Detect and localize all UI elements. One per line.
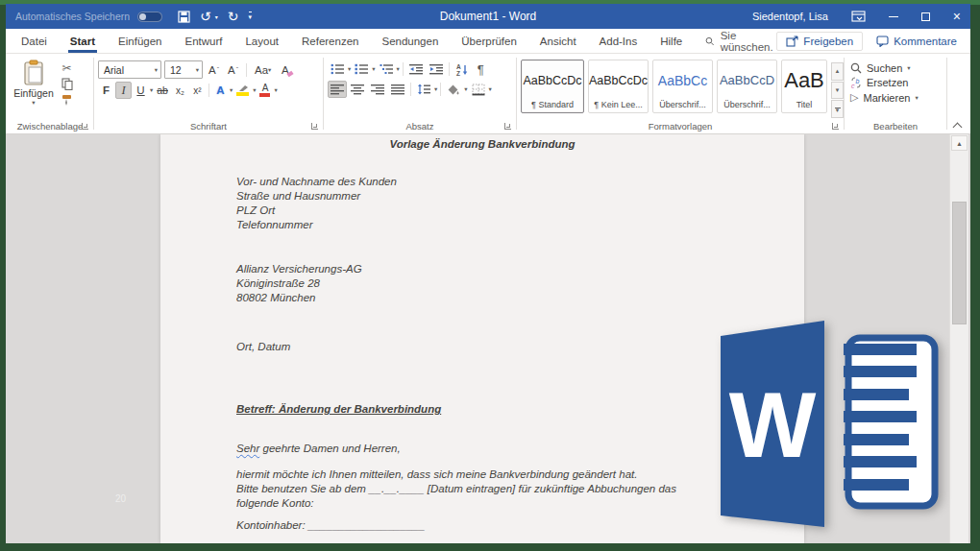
comments-button[interactable]: Kommentare (867, 32, 967, 51)
styles-more-button[interactable]: ▼ (831, 100, 844, 118)
tab-ueberpruefen[interactable]: Überprüfen (450, 30, 528, 53)
select-button[interactable]: ▷ Markieren ▾ (850, 91, 919, 104)
replace-button[interactable]: b c Ersetzen (850, 77, 919, 88)
share-label: Freigeben (803, 36, 853, 47)
line-spacing-button[interactable] (414, 81, 433, 98)
tab-start[interactable]: Start (59, 30, 107, 53)
undo-icon[interactable]: ↺ (200, 10, 211, 23)
numbered-caret-icon[interactable]: ▾ (372, 65, 375, 73)
styles-dialog-launcher-icon[interactable] (832, 123, 839, 130)
font-name-combo[interactable]: Arial▾ (98, 60, 161, 79)
decrease-indent-icon (409, 63, 423, 75)
increase-indent-button[interactable] (427, 60, 446, 78)
change-case-button[interactable]: Aa▾ (252, 61, 274, 79)
tab-sendungen[interactable]: Sendungen (370, 30, 450, 53)
style-preview: AaBbCc (658, 60, 707, 100)
find-button[interactable]: Suchen ▾ (850, 62, 919, 74)
collapse-ribbon-icon[interactable] (953, 121, 961, 129)
scroll-up-icon[interactable]: ▲ (951, 135, 968, 151)
bullet-list-button[interactable] (328, 60, 347, 78)
tell-me-search[interactable]: Sie wünschen. (705, 30, 776, 53)
maximize-button[interactable] (921, 12, 930, 21)
tab-layout[interactable]: Layout (233, 30, 290, 53)
font-color-caret-icon[interactable]: ▾ (274, 86, 277, 94)
select-caret-icon: ▾ (915, 94, 918, 102)
undo-caret-icon[interactable]: ▾ (215, 13, 218, 20)
minimize-button[interactable] (889, 16, 898, 17)
redo-icon[interactable]: ↻ (228, 10, 239, 23)
borders-button[interactable] (469, 81, 488, 98)
user-name[interactable]: Siedentopf, Lisa (752, 11, 828, 22)
clipboard-dialog-launcher-icon[interactable] (82, 123, 88, 130)
format-painter-icon[interactable] (61, 94, 73, 107)
document-page[interactable]: Vorlage Änderung Bankverbindung Vor- und… (160, 134, 804, 543)
font-color-button[interactable]: A (257, 82, 273, 99)
style-ueberschrift-2[interactable]: AaBbCcD Überschrif... (717, 60, 777, 113)
style-ueberschrift-1[interactable]: AaBbCc Überschrif... (652, 60, 713, 113)
italic-button[interactable]: I (115, 82, 132, 99)
style-titel[interactable]: AaB Titel (781, 60, 827, 113)
tab-entwurf[interactable]: Entwurf (173, 30, 233, 53)
save-icon[interactable] (178, 11, 190, 23)
salutation-line: Sehr geehrte Damen und Herren, (236, 442, 758, 456)
numbered-list-button[interactable] (352, 60, 371, 78)
multilevel-list-button[interactable] (377, 60, 396, 78)
styles-scroll-down[interactable]: ▼ (831, 82, 844, 100)
align-right-icon (371, 84, 384, 95)
borders-caret-icon[interactable]: ▾ (489, 85, 492, 93)
styles-scroll-up[interactable]: ▲ (831, 62, 844, 81)
subscript-button[interactable]: x₂ (172, 82, 188, 99)
tab-ansicht[interactable]: Ansicht (528, 30, 588, 53)
bold-button[interactable]: F (98, 82, 114, 99)
text-effects-caret-icon[interactable]: ▾ (230, 86, 233, 94)
tab-referenzen[interactable]: Referenzen (290, 30, 370, 53)
autosave-toggle[interactable] (137, 12, 162, 22)
paragraph-dialog-launcher-icon[interactable] (504, 123, 511, 130)
strikethrough-button[interactable]: ab (154, 82, 171, 99)
font-dialog-launcher-icon[interactable] (311, 123, 318, 130)
align-center-button[interactable] (348, 81, 367, 98)
sort-button[interactable]: A Z (453, 60, 472, 78)
tab-datei[interactable]: Datei (10, 30, 59, 53)
style-kein-leerraum[interactable]: AaBbCcDc ¶ Kein Lee... (588, 60, 649, 113)
multilevel-caret-icon[interactable]: ▾ (397, 65, 400, 73)
quick-access-customize-icon[interactable]: ▾ (249, 12, 253, 21)
bullet-caret-icon[interactable]: ▾ (348, 65, 351, 73)
align-left-button[interactable] (328, 81, 347, 98)
text-effects-button[interactable]: A (212, 82, 229, 99)
sender-line: Straße und Hausnummer (236, 189, 758, 204)
style-standard[interactable]: AaBbCcDc ¶ Standard (521, 60, 584, 113)
align-right-button[interactable] (368, 81, 387, 98)
justify-button[interactable] (388, 81, 407, 98)
paste-button[interactable]: Einfügen ▾ (11, 57, 57, 118)
grow-font-button[interactable]: Aˆ (206, 61, 222, 79)
replace-label: Ersetzen (867, 77, 908, 88)
tab-einfuegen[interactable]: Einfügen (107, 30, 173, 53)
copy-icon[interactable] (61, 78, 73, 90)
ribbon-display-options-icon[interactable] (851, 11, 866, 22)
scrollbar-thumb[interactable] (952, 202, 967, 324)
group-font: Arial▾ 12▾ Aˆ Aˇ Aa▾ A F I U▾ ab x₂ (95, 54, 322, 133)
font-name-caret-icon: ▾ (155, 66, 158, 74)
tab-hilfe[interactable]: Hilfe (649, 30, 694, 53)
show-marks-button[interactable]: ¶ (473, 60, 489, 78)
shading-caret-icon[interactable]: ▾ (464, 85, 467, 93)
sender-line: PLZ Ort (236, 204, 758, 218)
close-button[interactable]: × (953, 10, 961, 23)
font-size-combo[interactable]: 12▾ (164, 60, 203, 79)
share-button[interactable]: Freigeben (776, 32, 863, 51)
superscript-button[interactable]: x² (189, 82, 206, 99)
tab-addins[interactable]: Add-Ins (588, 30, 649, 53)
cut-icon[interactable]: ✂ (61, 62, 71, 74)
underline-caret-icon[interactable]: ▾ (150, 86, 153, 94)
clear-formatting-button[interactable]: A (277, 61, 293, 79)
style-label: Überschrif... (659, 100, 706, 109)
highlight-color-button[interactable] (233, 82, 252, 99)
highlight-caret-icon[interactable]: ▾ (253, 86, 256, 94)
decrease-indent-button[interactable] (406, 60, 426, 78)
underline-button[interactable]: U (133, 82, 149, 99)
shrink-font-button[interactable]: Aˇ (225, 61, 241, 79)
line-spacing-caret-icon[interactable]: ▾ (434, 85, 437, 93)
replace-icon: b c (850, 77, 862, 88)
shading-button[interactable] (444, 81, 463, 98)
